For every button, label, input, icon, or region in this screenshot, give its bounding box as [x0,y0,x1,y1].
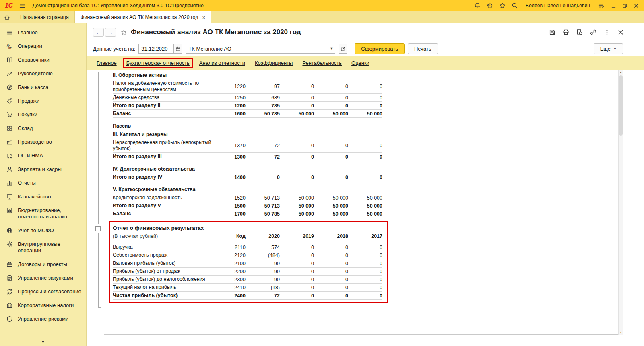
link-icon[interactable] [590,29,597,35]
report-cell-value[interactable]: 90 [246,277,280,282]
report-row[interactable]: Налог на добавленную стоимость по приобр… [113,80,382,94]
report-cell-code[interactable]: 1250 [229,95,246,101]
report-cell-value[interactable]: 50 000 [314,195,348,201]
report-cell-value[interactable]: 0 [348,277,382,282]
report-cell-value[interactable]: 0 [314,277,348,282]
sidebar-item[interactable]: Продажи [0,94,86,108]
sidebar-item[interactable]: Операции [0,39,86,53]
report-cell-code[interactable]: 1520 [229,195,246,201]
report-cell-value[interactable]: 0 [348,269,382,274]
report-cell-value[interactable]: 50 000 [280,211,314,217]
sidebar-scroll-down-icon[interactable]: ▼ [0,338,86,346]
report-cell-value[interactable]: 0 [348,143,382,148]
report-row[interactable]: Прибыль (убыток) до налогообложения 2300… [113,276,382,284]
report-row[interactable]: Кредиторская задолженность 1520 50 713 5… [113,194,382,202]
report-cell-value[interactable]: 574 [246,245,280,250]
report-cell-value[interactable]: 0 [348,261,382,266]
report-cell-value[interactable]: 689 [246,95,280,101]
report-cell-value[interactable]: 90 [246,261,280,266]
report-cell-label[interactable]: Денежные средства [113,94,229,101]
report-cell-code[interactable]: 1200 [229,103,246,109]
report-cell-value[interactable]: 0 [280,95,314,101]
report-cell-code[interactable]: 2100 [229,261,246,266]
report-row[interactable]: Итого по разделу IV 1400 0 0 0 0 [113,173,382,181]
tab-start-page[interactable]: Начальная страница [14,11,75,23]
report-cell-value[interactable]: 0 [280,103,314,109]
sidebar-item[interactable]: ОС и НМА [0,149,86,163]
report-cell-label[interactable]: Текущий налог на прибыль [113,284,229,291]
report-cell-value[interactable]: 0 [348,293,382,299]
report-cell-value[interactable]: 50 713 [246,203,280,209]
report-row[interactable]: Итого по разделу III 1300 72 0 0 0 [113,153,382,161]
section-link[interactable]: Анализ отчетности [199,60,245,66]
history-icon[interactable] [487,2,493,9]
report-cell-label[interactable]: IV. Долгосрочные обязательства [113,165,229,173]
report-cell-code[interactable]: 2110 [229,245,246,250]
pnl-year-header[interactable]: 2018 [314,233,348,239]
report-cell-label[interactable]: Прибыль (убыток) до налогообложения [113,276,229,283]
report-cell-value[interactable]: 0 [280,261,314,266]
pnl-code-header[interactable]: Код [229,233,246,239]
report-cell-code[interactable]: 1220 [229,84,246,89]
report-cell-label[interactable]: Итого по разделу II [113,102,229,109]
report-cell-code[interactable]: 2400 [229,293,246,299]
generate-button[interactable]: Сформировать [355,43,405,54]
report-row[interactable] [113,118,382,122]
report-cell-label[interactable]: V. Краткосрочные обязательства [113,186,229,194]
close-icon[interactable] [633,3,639,8]
close-icon[interactable] [617,29,624,35]
report-cell-value[interactable]: 0 [280,154,314,160]
report-cell-value[interactable]: 0 [314,253,348,258]
star-icon[interactable] [499,2,506,9]
report-cell-value[interactable]: 50 000 [348,203,382,209]
report-cell-value[interactable]: 0 [314,103,348,109]
kebab-icon[interactable] [604,29,610,35]
report-row[interactable] [113,161,382,165]
report-cell-label[interactable]: Чистая прибыль (убыток) [113,292,229,299]
current-user[interactable]: Беляев Павел Геннадьевич [526,3,590,8]
sidebar-item[interactable]: Корпоративные налоги [0,299,86,312]
tab-financial-analysis[interactable]: Финансовый анализ АО ТК Мегаполис за 202… [75,11,211,23]
service-menu-button[interactable] [598,2,604,9]
report-row[interactable]: Валовая прибыль (убыток) 2100 90 0 0 0 [113,260,382,268]
report-cell-value[interactable]: 0 [314,293,348,299]
sidebar-item[interactable]: Справочники [0,53,86,67]
report-cell-value[interactable]: 72 [246,154,280,160]
report-cell-label[interactable]: Валовая прибыль (убыток) [113,260,229,267]
report-row[interactable]: Выручка 2110 574 0 0 0 [113,243,382,251]
report-cell-code[interactable]: 1700 [229,211,246,217]
report-cell-label[interactable]: Итого по разделу IV [113,173,229,181]
report-row[interactable]: Себестоимость продаж 2120 (484) 0 0 0 [113,251,382,260]
back-button[interactable]: ← [93,28,104,37]
report-cell-label[interactable]: Себестоимость продаж [113,251,229,259]
report-cell-code[interactable]: 2410 [229,285,246,290]
report-cell-value[interactable]: 50 000 [280,111,314,117]
report-cell-value[interactable]: 785 [246,103,280,109]
sidebar-item[interactable]: Главное [0,26,86,39]
sidebar-item[interactable]: Банк и касса [0,80,86,94]
report-cell-value[interactable]: 0 [280,253,314,258]
minimize-icon[interactable] [610,3,617,8]
report-cell-code[interactable]: 1300 [229,154,246,160]
report-cell-label[interactable]: Прибыль (убыток) от продаж [113,268,229,275]
report-cell-value[interactable]: 50 000 [280,203,314,209]
report-row[interactable]: Баланс 1700 50 785 50 000 50 000 50 000 [113,210,382,218]
report-cell-value[interactable]: 0 [314,143,348,148]
pnl-year-header[interactable]: 2020 [246,233,280,239]
report-cell-code[interactable]: 1400 [229,175,246,180]
report-cell-label[interactable]: Пассив [113,122,229,130]
report-row[interactable]: V. Краткосрочные обязательства [113,185,382,194]
report-cell-value[interactable]: (484) [246,253,280,258]
sidebar-item[interactable]: Казначейство [0,190,86,204]
report-cell-value[interactable]: 50 000 [314,111,348,117]
pnl-year-header[interactable]: 2017 [348,233,382,239]
report-cell-value[interactable]: 0 [314,84,348,89]
report-cell-value[interactable]: 0 [314,154,348,160]
search-icon[interactable] [512,2,518,9]
more-button[interactable]: Еще▼ [594,43,623,54]
report-row[interactable]: Текущий налог на прибыль 2410 (18) 0 0 0 [113,284,382,292]
report-cell-label[interactable]: Налог на добавленную стоимость по приобр… [113,80,229,93]
sidebar-item[interactable]: Внутригрупповые операции [0,237,86,257]
sidebar-item[interactable]: Договоры и проекты [0,257,86,271]
report-cell-value[interactable]: 0 [280,245,314,250]
